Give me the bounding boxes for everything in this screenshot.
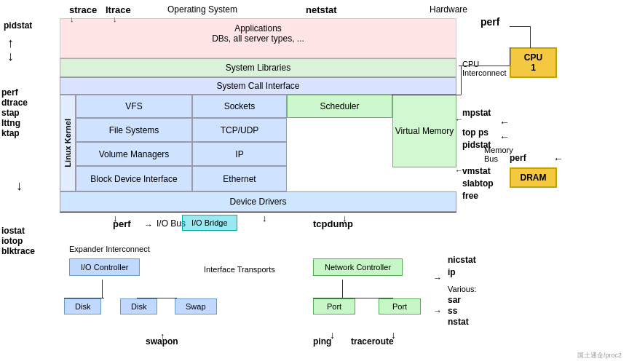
traceroute-label: traceroute xyxy=(351,336,394,347)
network-controller-box: Network Controller xyxy=(313,258,403,276)
port2-box: Port xyxy=(379,298,421,314)
ping-arrow: ↓ xyxy=(330,329,335,341)
pidstat-left-label: pidstat xyxy=(4,20,32,31)
vmstat-label: vmstat xyxy=(462,166,491,176)
ltrace-arrow: ↓ xyxy=(113,15,117,23)
ss-label: ss xyxy=(448,306,457,316)
hardware-label: Hardware xyxy=(430,4,467,15)
sockets-cell: Sockets xyxy=(192,95,287,118)
dram-box: DRAM xyxy=(510,167,557,188)
dd-arrow-down: ↓ xyxy=(113,213,118,223)
traceroute-arrow: ↓ xyxy=(391,329,396,341)
port2-h-line xyxy=(342,298,393,298)
perf-arrow: → xyxy=(144,220,153,230)
perf-right-label: perf xyxy=(510,153,526,163)
cpu-line-v xyxy=(530,26,531,48)
cpu-box: CPU 1 xyxy=(510,47,557,78)
memory-bus-label: Memory Bus xyxy=(484,146,513,163)
top-ps-label: top ps xyxy=(462,127,488,138)
block-device-cell: Block Device Interface xyxy=(76,166,192,191)
syscall-layer: System Call Interface xyxy=(60,77,456,95)
ethernet-cell: Ethernet xyxy=(192,166,287,191)
nc-port-v-line xyxy=(342,280,343,298)
updown-arrow: ↑↓ xyxy=(7,36,14,63)
filesystems-cell: File Systems xyxy=(76,118,192,142)
syslib-layer: System Libraries xyxy=(60,58,456,77)
dd-arrow-down3: ↓ xyxy=(342,213,347,223)
arrow-cpu-left2: ← xyxy=(499,131,510,143)
cpu-connect-v xyxy=(510,47,510,66)
applications-text: Applications DBs, all server types, ... xyxy=(60,19,456,44)
arrow-vmstat: ← xyxy=(455,166,463,175)
arrow-perf-left: ← xyxy=(553,153,563,165)
right-cpu-interconnect: CPU Interconnect xyxy=(462,60,507,77)
ping-label: ping xyxy=(313,336,331,347)
ltrace-label: ltrace xyxy=(106,4,131,15)
strace-arrow: ↓ xyxy=(70,15,74,23)
arrow-to-scheduler: ← xyxy=(455,115,463,124)
nc-right-arrow: → xyxy=(433,273,442,283)
port1-box: Port xyxy=(313,298,355,314)
sar-label: sar xyxy=(448,295,461,305)
slabtop-label: slabtop xyxy=(462,178,494,189)
perf-top-label: perf xyxy=(480,16,499,28)
device-drivers-layer: Device Drivers xyxy=(60,191,456,212)
swap-box: Swap xyxy=(175,298,217,314)
left-bottom-tools: iostat iotop blktrace xyxy=(1,226,35,256)
volume-managers-cell: Volume Managers xyxy=(76,142,192,166)
interface-transports-label: Interface Transports xyxy=(204,264,275,274)
port-right-arrow: → xyxy=(433,306,442,316)
kernel-label: Linux Kernel xyxy=(60,95,76,191)
disk1-h-line xyxy=(64,298,104,298)
cpu-line-h xyxy=(510,26,531,27)
swapon-arrow: ↑ xyxy=(160,331,165,341)
watermark: 国土通金/proc2 xyxy=(577,351,622,360)
port1-h-line xyxy=(313,298,346,298)
applications-layer: Applications DBs, all server types, ... xyxy=(60,18,456,58)
vfs-cell: VFS xyxy=(76,95,192,118)
io-bus-label: I/O Bus xyxy=(157,218,186,229)
disk-center xyxy=(102,298,103,298)
tcpdump-label: tcpdump xyxy=(313,218,353,229)
dd-arrow-down2: ↓ xyxy=(262,213,267,223)
cpu-interconnect-line xyxy=(459,66,510,66)
free-label: free xyxy=(462,191,478,201)
iobus-line xyxy=(60,212,456,213)
expander-label: Expander Interconnect xyxy=(69,244,150,254)
io-ctrl-disk1-line xyxy=(102,280,103,298)
nstat-label: nstat xyxy=(448,317,469,327)
mpstat-label: mpstat xyxy=(462,108,491,118)
netstat-label: netstat xyxy=(306,4,337,15)
down-arrow-left: ↓ xyxy=(16,178,23,194)
ip-right-label: ip xyxy=(448,267,456,277)
disk2-box: Disk xyxy=(120,298,157,314)
io-bridge-box: I/O Bridge xyxy=(182,215,237,231)
strace-label: strace xyxy=(69,4,97,15)
virtual-memory-cell: Virtual Memory xyxy=(392,95,456,167)
tcpudp-cell: TCP/UDP xyxy=(192,118,287,142)
various-label: Various: xyxy=(448,284,477,294)
scheduler-hw-line xyxy=(392,95,461,95)
ip-cell: IP xyxy=(192,142,287,166)
scheduler-cell: Scheduler xyxy=(287,95,392,118)
disk2-h-line xyxy=(137,298,177,298)
os-label: Operating System xyxy=(167,4,237,15)
diagram-container: strace ltrace Operating System netstat H… xyxy=(0,0,629,364)
nicstat-label: nicstat xyxy=(448,255,476,265)
disk1-box: Disk xyxy=(64,298,101,314)
scheduler-hw-v xyxy=(461,66,462,95)
io-controller-box: I/O Controller xyxy=(69,258,140,276)
left-tools-group: perf dtrace stap lttng ktap xyxy=(1,87,28,138)
arrow-cpu-left: ← xyxy=(499,116,510,128)
